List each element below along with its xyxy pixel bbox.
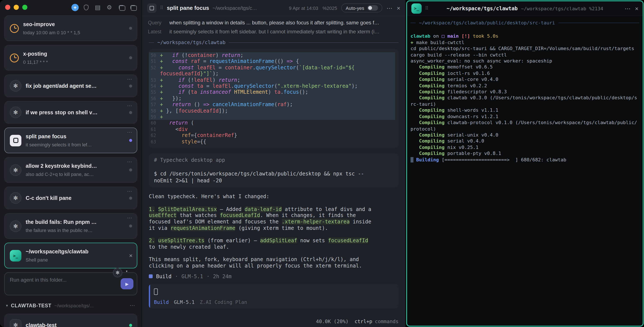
- code-line: [149, 200, 398, 206]
- session-card[interactable]: seo-improvetoday 10:00 am 0 10 * * 1,5: [4, 16, 137, 41]
- token-usage: 40.0K (20%): [316, 318, 348, 324]
- code-line: # Typecheck desktop app: [154, 157, 394, 164]
- close-pane-icon[interactable]: ×: [397, 5, 400, 11]
- session-menu-icon[interactable]: ⋯: [127, 159, 132, 165]
- layout-pane-icon-2[interactable]: [128, 3, 136, 11]
- session-card[interactable]: ✻ clawtab-test: [4, 314, 137, 327]
- drag-handle-icon[interactable]: ⠿: [425, 6, 428, 11]
- auto-yes-label: Auto-yes: [346, 5, 364, 11]
- session-subtitle: Shell pane: [26, 257, 124, 263]
- code-line: protocol): [410, 126, 639, 132]
- close-window-button[interactable]: [5, 5, 10, 10]
- close-session-icon[interactable]: ×: [129, 252, 132, 259]
- section-path: ~/workspace/tgs/...: [54, 303, 126, 308]
- session-card[interactable]: ✻fix job agent/add agent se…⋯: [4, 75, 137, 97]
- code-line: 57+ return () => cancelAnimationFrame(ra…: [149, 102, 395, 108]
- terminal-header: >_ ⠿ ~/workspace/tgs/clawtab ~/workspace…: [407, 1, 643, 16]
- section-menu-icon[interactable]: ⋯: [130, 302, 136, 308]
- more-menu-icon[interactable]: ⋯: [386, 5, 392, 11]
- session-text: ~/workspace/tgs/clawtabShell pane: [26, 248, 124, 263]
- layout-pane-icon-1[interactable]: [117, 3, 125, 11]
- openai-icon: ✻: [10, 107, 22, 118]
- shortcut-label: commands: [375, 318, 398, 324]
- line-number: 60: [149, 120, 160, 126]
- minimize-window-button[interactable]: [14, 5, 19, 10]
- status-dot: [129, 323, 132, 326]
- partial-card-wrap: ✻ clawtab-test: [0, 308, 142, 327]
- query-text: when splitting a window in details ... b…: [169, 19, 379, 26]
- auto-yes-toggle[interactable]: Auto-yes: [342, 4, 382, 13]
- session-menu-icon[interactable]: ⋯: [127, 103, 132, 109]
- status-dot: [129, 111, 132, 114]
- terminal-icon: >_: [411, 3, 422, 14]
- session-card[interactable]: ✻C-c don't kill pane⋯: [4, 187, 137, 209]
- line-number: 63: [149, 138, 160, 145]
- session-subtitle: 0 11,17 * * *: [23, 59, 124, 65]
- status-dot: [129, 139, 132, 142]
- composer-mode[interactable]: Build: [154, 299, 169, 305]
- new-session-button[interactable]: +: [72, 4, 79, 11]
- status-sep2: ·: [206, 273, 210, 279]
- model-avatar-openai-icon[interactable]: ✻: [113, 268, 122, 277]
- chat-pane: ⠿ split pane focus ~/workspace/tgs/c… 9 …: [142, 0, 406, 327]
- line-number: 56: [149, 95, 160, 102]
- clock-icon: [10, 53, 19, 62]
- composer-model[interactable]: GLM-5.1: [174, 299, 194, 305]
- session-menu-icon[interactable]: ⋯: [127, 188, 132, 194]
- sidebar: + ▤ ⚙ seo-improvetoday 10:00 am 0 10 * *…: [0, 0, 142, 327]
- session-card[interactable]: ✻the build fails: Run pnpm …the failure …: [4, 213, 137, 239]
- close-pane-icon[interactable]: ×: [635, 5, 638, 12]
- code-line: Compiling portable-pty v0.8.1: [410, 151, 639, 157]
- session-text: the build fails: Run pnpm …the failure w…: [26, 219, 124, 233]
- latest-text: it seemingly selects it from left sideba…: [169, 28, 380, 35]
- code-line: 50+ if (!container) return;: [149, 52, 395, 59]
- code-line: Compiling serial-unix v0.4.0: [410, 132, 639, 138]
- code-line: cd public/desktop/src-tauri && CARGO_TAR…: [410, 46, 639, 52]
- line-number: 61: [149, 126, 160, 132]
- send-button[interactable]: ▶: [120, 278, 134, 289]
- project-section-header[interactable]: ▾ CLAWTAB-TEST ~/workspace/tgs/... ⋯: [6, 302, 136, 308]
- session-card[interactable]: ✻allow 2 keystroke keybind…also add C-2+…: [4, 157, 137, 183]
- code-line: 61 <div: [149, 126, 395, 132]
- line-number: 54: [149, 83, 160, 89]
- section-chevron-down-icon[interactable]: ▾: [6, 303, 8, 307]
- code-line: [154, 164, 394, 170]
- clock-icon: [10, 24, 19, 33]
- session-title: if we press stop on shell v…: [26, 109, 124, 116]
- model-picker-chevron-down-icon[interactable]: ▾: [126, 270, 128, 273]
- drag-handle-icon[interactable]: ⠿: [160, 5, 163, 11]
- query-label: Query: [148, 20, 165, 25]
- session-card[interactable]: ✻if we press stop on shell v…⋯: [4, 101, 137, 124]
- auto-yes-switch[interactable]: [367, 5, 378, 11]
- more-menu-icon[interactable]: ⋯: [625, 5, 631, 12]
- session-text: fix job agent/add agent se…: [26, 82, 124, 89]
- session-menu-icon[interactable]: ⋯: [127, 215, 132, 221]
- session-card[interactable]: split pane focusit seemingly selects it …: [4, 128, 137, 153]
- zoom-window-button[interactable]: [22, 5, 27, 10]
- session-menu-icon[interactable]: ⋯: [127, 76, 132, 82]
- code-line: useEffect that watches focusedLeafId. Wh…: [149, 212, 398, 218]
- session-card[interactable]: >_~/workspace/tgs/clawtabShell pane×: [4, 243, 137, 268]
- status-mode: Build: [156, 273, 172, 279]
- code-line: 53+ if (!leafEl) return;: [149, 77, 395, 83]
- openai-icon: ✻: [10, 220, 22, 232]
- openai-icon: ✻: [10, 164, 22, 176]
- code-line: Compiling ioctl-rs v0.1.6: [410, 71, 639, 77]
- session-menu-icon[interactable]: ⋯: [127, 129, 132, 135]
- agent-composer[interactable]: Run agent in this folder... ✻ ▾ ▶: [4, 272, 137, 295]
- status-dot: [129, 27, 132, 30]
- chat-path: ~/workspace/tgs/c…: [212, 5, 257, 11]
- notes-icon[interactable]: ▤: [94, 3, 102, 11]
- settings-gear-icon[interactable]: ⚙: [105, 3, 113, 11]
- terminal-output[interactable]: ~/workspace/tgs/clawtab/public/desktop/s…: [407, 16, 643, 326]
- terminal-title: ~/workspace/tgs/clawtab ~/workspace/tgs/…: [447, 5, 603, 11]
- shield-icon[interactable]: [82, 3, 90, 11]
- session-card[interactable]: x-posting0 11,17 * * *: [4, 45, 137, 71]
- code-line: rc-tauri): [410, 101, 639, 108]
- status-duration: 2h 24m: [213, 273, 232, 279]
- code-line: 63 style={{: [149, 138, 395, 145]
- chat-transcript-area[interactable]: ~/workspace/tgs/clawtab 50+ if (!contain…: [142, 36, 406, 316]
- commands-hint: ctrl+p commands: [354, 318, 398, 324]
- chat-pane-id: %2025: [322, 5, 337, 11]
- chat-composer[interactable]: Build GLM-5.1 Z.AI Coding Plan: [149, 283, 398, 308]
